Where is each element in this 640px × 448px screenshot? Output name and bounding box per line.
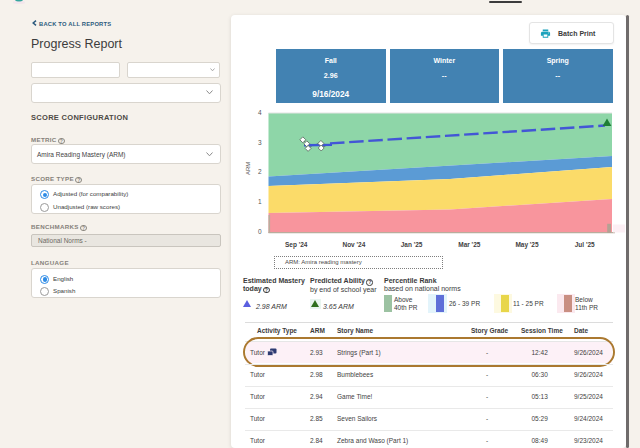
svg-text:ARM: ARM: [245, 162, 251, 175]
svg-text:0: 0: [258, 228, 262, 235]
svg-text:2: 2: [258, 168, 262, 175]
svg-text:Jan '25: Jan '25: [401, 241, 423, 248]
svg-text:1: 1: [258, 198, 262, 205]
svg-text:Sep '24: Sep '24: [285, 241, 308, 249]
svg-text:May '25: May '25: [515, 241, 539, 249]
svg-text:Nov '24: Nov '24: [342, 241, 365, 248]
svg-text:3: 3: [258, 139, 262, 146]
svg-text:4: 4: [258, 109, 262, 116]
svg-text:Jul '25: Jul '25: [575, 241, 595, 248]
svg-text:Mar '25: Mar '25: [458, 241, 481, 248]
